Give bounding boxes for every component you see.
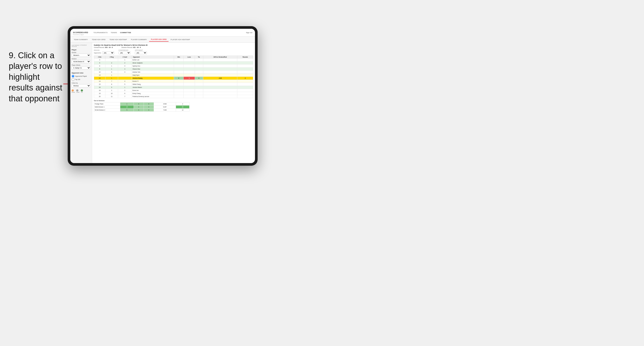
filters-row: Region Opponents: (All) Conference (All) bbox=[94, 49, 253, 54]
tab-player-h2h-grid[interactable]: PLAYER H2H GRID bbox=[149, 37, 168, 42]
sign-out-button[interactable]: Sign out bbox=[246, 32, 252, 33]
nav-bar: SCOREBOARD Powered by clippd TOURNAMENTS… bbox=[70, 29, 255, 37]
radio-opponents-played[interactable]: Opponents Played bbox=[72, 75, 90, 78]
colour-by-label: Colour by bbox=[72, 82, 90, 84]
division-select[interactable]: NCAA Division III bbox=[72, 60, 90, 63]
grid-title: Katelyn Vo Head-to-Head Grid for Women's… bbox=[94, 44, 253, 46]
colour-section: Colour by Win/loss Down Level bbox=[72, 82, 90, 93]
nav-links: TOURNAMENTS TEAMS COMMITTEE bbox=[94, 32, 242, 33]
dot-up bbox=[81, 89, 83, 92]
region-select[interactable]: (All) bbox=[102, 51, 114, 54]
table-row[interactable]: 10 6 3 Andrea York bbox=[94, 71, 253, 74]
player-rank-select[interactable]: 8. Katelyn Vo bbox=[72, 66, 90, 70]
table-row[interactable]: 3 1 Esther Lee bbox=[94, 58, 253, 61]
opponent-view-section: Opponent view Opponents Played Top 100 bbox=[72, 72, 90, 81]
table-row[interactable]: 20 11 7 Federica Domecq Lacroze bbox=[94, 95, 253, 98]
timestamp: Last Updated: 27/03/2024 16:55:38 bbox=[72, 44, 90, 47]
opponent-filter: Opponent (All) bbox=[135, 49, 147, 54]
main-content: Last Updated: 27/03/2024 16:55:38 Player… bbox=[70, 43, 255, 163]
dot-level-group: Level bbox=[76, 89, 79, 93]
sidebar: Last Updated: 27/03/2024 16:55:38 Player… bbox=[70, 43, 92, 163]
colour-by-select[interactable]: Win/loss bbox=[72, 84, 90, 87]
out-of-division-title: Out of division bbox=[94, 100, 253, 101]
gender-select[interactable]: Women's bbox=[72, 54, 90, 57]
col-reg: # Reg bbox=[106, 56, 118, 58]
col-conf: # Conf bbox=[118, 56, 132, 58]
player-rank-label: Player (Rank) bbox=[72, 64, 90, 66]
table-row[interactable]: NAIA Division 1 15 0 0 9.267 30 bbox=[94, 106, 190, 109]
division-record: Division Record: 331 - 34 - 6 bbox=[122, 47, 141, 48]
col-win: Win bbox=[174, 56, 184, 58]
col-loss: Loss bbox=[184, 56, 195, 58]
table-row[interactable]: 16 9 1 Jessica Mason bbox=[94, 86, 253, 89]
tab-team-summary[interactable]: TEAM SUMMARY bbox=[72, 38, 90, 41]
out-of-division-section: Out of division Foreign Team 1 0 0 4.500… bbox=[94, 100, 253, 112]
annotation-body: Click on a player's row to highlight res… bbox=[9, 51, 62, 103]
table-row[interactable]: 15 8 5 Stella Chang bbox=[94, 83, 253, 86]
sub-nav: TEAM SUMMARY TEAM H2H GRID TEAM H2H HEAT… bbox=[70, 37, 255, 43]
radio-group: Opponents Played Top 100 bbox=[72, 75, 90, 81]
table-row[interactable]: 6 1 3 Sydney Kuo bbox=[94, 65, 253, 68]
col-div: # Div bbox=[94, 56, 106, 58]
division-label: Division bbox=[72, 58, 90, 59]
radio-opponents-played-input[interactable] bbox=[72, 75, 74, 78]
grid-area: Katelyn Vo Head-to-Head Grid for Women's… bbox=[92, 43, 255, 163]
grid-records: Overall Record: 353 - 34 - 6 Division Re… bbox=[94, 47, 253, 48]
dot-up-group: Up bbox=[81, 89, 83, 93]
tablet-screen: SCOREBOARD Powered by clippd TOURNAMENTS… bbox=[70, 29, 255, 163]
region-filter: Region Opponents: (All) bbox=[94, 49, 114, 54]
table-row[interactable]: NCAA Division 2 5 0 0 7.400 10 bbox=[94, 109, 190, 112]
table-row[interactable]: 19 10 6 Emily Chang bbox=[94, 92, 253, 95]
table-row[interactable]: 9 1 4 Sharon Mun bbox=[94, 68, 253, 71]
conference-filter: Conference (All) bbox=[118, 49, 130, 54]
dot-down bbox=[72, 89, 74, 92]
dot-level bbox=[76, 89, 78, 92]
gender-label: Gender bbox=[72, 52, 90, 53]
logo: SCOREBOARD Powered by clippd bbox=[73, 30, 88, 35]
table-row[interactable]: 5 2 2 Alexis Sudjianto bbox=[94, 61, 253, 65]
radio-top100[interactable]: Top 100 bbox=[72, 78, 90, 81]
nav-committee[interactable]: COMMITTEE bbox=[120, 32, 131, 33]
tab-team-h2h-grid[interactable]: TEAM H2H GRID bbox=[90, 38, 108, 41]
tab-player-h2h-heatmap[interactable]: PLAYER H2H HEATMAP bbox=[169, 38, 192, 41]
annotation-text: 9. Click on a player's row to highlight … bbox=[9, 50, 66, 104]
nav-teams[interactable]: TEAMS bbox=[111, 32, 117, 33]
col-rounds: Rounds bbox=[237, 56, 253, 58]
dot-down-group: Down bbox=[72, 89, 75, 93]
out-of-division-table: Foreign Team 1 0 0 4.500 2 NAIA Division… bbox=[94, 102, 190, 112]
table-row[interactable]: 13 1 Haeji Hyun bbox=[94, 74, 253, 77]
opponent-select[interactable]: (All) bbox=[135, 51, 147, 54]
overall-record: Overall Record: 353 - 34 - 6 bbox=[94, 47, 113, 48]
col-opponent: Opponent bbox=[132, 56, 174, 58]
h2h-table: # Div # Reg # Conf Opponent Win Loss Tie… bbox=[94, 56, 253, 98]
col-diff: Diff Av Strokes/Rnd bbox=[203, 56, 237, 58]
player-section-label: Player bbox=[72, 49, 90, 51]
col-tie: Tie bbox=[195, 56, 203, 58]
table-row[interactable]: 14 7 4 Eunice Yi bbox=[94, 80, 253, 83]
tab-team-h2h-heatmap[interactable]: TEAM H2H HEATMAP bbox=[108, 38, 129, 41]
tab-player-summary[interactable]: PLAYER SUMMARY bbox=[129, 38, 149, 41]
radio-top100-input[interactable] bbox=[72, 78, 74, 81]
table-row[interactable]: Foreign Team 1 0 0 4.500 2 bbox=[94, 102, 190, 106]
nav-tournaments[interactable]: TOURNAMENTS bbox=[94, 32, 108, 33]
step-number: 9. bbox=[9, 51, 16, 60]
opponent-view-title: Opponent view bbox=[72, 72, 90, 74]
conference-select[interactable]: (All) bbox=[118, 51, 130, 54]
table-row-highlighted[interactable]: 13 1 Jessica Huang 0 1 0 -3.00 2 bbox=[94, 77, 253, 80]
colour-dots: Down Level Up bbox=[72, 89, 90, 93]
table-row[interactable]: 18 2 2 Euna Lee bbox=[94, 89, 253, 92]
tablet-frame: SCOREBOARD Powered by clippd TOURNAMENTS… bbox=[68, 26, 258, 166]
